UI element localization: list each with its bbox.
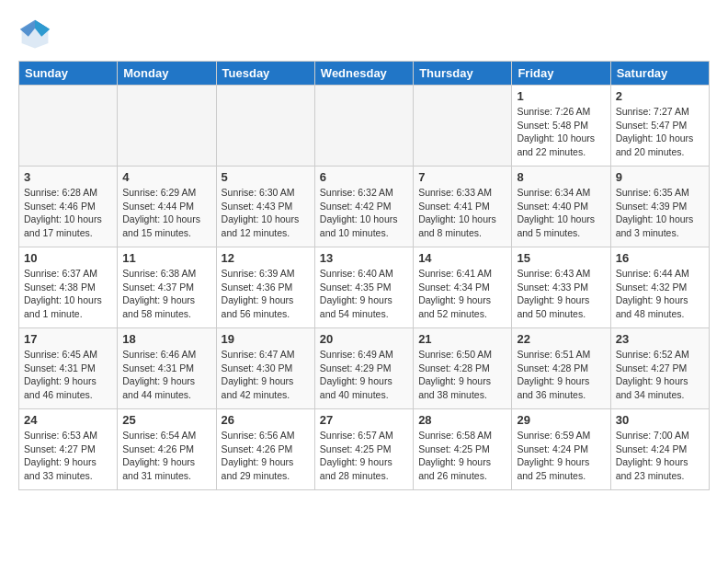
- day-number: 28: [418, 413, 506, 427]
- day-info: Sunrise: 7:00 AM Sunset: 4:24 PM Dayligh…: [616, 429, 704, 483]
- calendar-week-row: 24Sunrise: 6:53 AM Sunset: 4:27 PM Dayli…: [19, 409, 710, 490]
- day-info: Sunrise: 6:32 AM Sunset: 4:42 PM Dayligh…: [320, 186, 408, 240]
- day-info: Sunrise: 6:46 AM Sunset: 4:31 PM Dayligh…: [122, 348, 210, 402]
- calendar-cell: 4Sunrise: 6:29 AM Sunset: 4:44 PM Daylig…: [118, 167, 216, 247]
- day-number: 25: [122, 413, 210, 427]
- day-number: 4: [122, 170, 210, 184]
- day-number: 27: [320, 413, 408, 427]
- day-info: Sunrise: 6:41 AM Sunset: 4:34 PM Dayligh…: [418, 267, 506, 321]
- calendar-header-monday: Monday: [118, 62, 216, 86]
- calendar-cell: 14Sunrise: 6:41 AM Sunset: 4:34 PM Dayli…: [414, 247, 512, 328]
- calendar-cell: 17Sunrise: 6:45 AM Sunset: 4:31 PM Dayli…: [19, 328, 118, 409]
- calendar-cell: 30Sunrise: 7:00 AM Sunset: 4:24 PM Dayli…: [610, 409, 709, 490]
- day-info: Sunrise: 6:56 AM Sunset: 4:26 PM Dayligh…: [222, 429, 310, 483]
- calendar-cell: 29Sunrise: 6:59 AM Sunset: 4:24 PM Dayli…: [512, 409, 610, 490]
- day-number: 22: [517, 332, 605, 346]
- calendar-cell: 3Sunrise: 6:28 AM Sunset: 4:46 PM Daylig…: [19, 167, 118, 247]
- calendar-header-row: SundayMondayTuesdayWednesdayThursdayFrid…: [19, 62, 710, 86]
- day-info: Sunrise: 6:43 AM Sunset: 4:33 PM Dayligh…: [517, 267, 605, 321]
- calendar-cell: 19Sunrise: 6:47 AM Sunset: 4:30 PM Dayli…: [216, 328, 314, 409]
- calendar-week-row: 10Sunrise: 6:37 AM Sunset: 4:38 PM Dayli…: [19, 247, 710, 328]
- day-info: Sunrise: 6:34 AM Sunset: 4:40 PM Dayligh…: [517, 186, 605, 240]
- day-info: Sunrise: 6:51 AM Sunset: 4:28 PM Dayligh…: [517, 348, 605, 402]
- day-number: 1: [517, 89, 605, 103]
- calendar-header-sunday: Sunday: [19, 62, 118, 86]
- day-info: Sunrise: 6:44 AM Sunset: 4:32 PM Dayligh…: [616, 267, 704, 321]
- calendar-cell: 13Sunrise: 6:40 AM Sunset: 4:35 PM Dayli…: [314, 247, 413, 328]
- day-info: Sunrise: 6:53 AM Sunset: 4:27 PM Dayligh…: [24, 429, 112, 483]
- calendar-header-friday: Friday: [512, 62, 610, 86]
- calendar-cell: 22Sunrise: 6:51 AM Sunset: 4:28 PM Dayli…: [512, 328, 610, 409]
- calendar-cell: [216, 86, 314, 167]
- day-info: Sunrise: 6:39 AM Sunset: 4:36 PM Dayligh…: [222, 267, 310, 321]
- calendar-cell: 1Sunrise: 7:26 AM Sunset: 5:48 PM Daylig…: [512, 86, 610, 167]
- calendar-cell: 24Sunrise: 6:53 AM Sunset: 4:27 PM Dayli…: [19, 409, 118, 490]
- day-number: 18: [122, 332, 210, 346]
- calendar-cell: [314, 86, 413, 167]
- day-info: Sunrise: 6:49 AM Sunset: 4:29 PM Dayligh…: [320, 348, 408, 402]
- calendar-week-row: 1Sunrise: 7:26 AM Sunset: 5:48 PM Daylig…: [19, 86, 710, 167]
- calendar-header-wednesday: Wednesday: [314, 62, 413, 86]
- day-number: 12: [222, 251, 310, 265]
- calendar-cell: 25Sunrise: 6:54 AM Sunset: 4:26 PM Dayli…: [118, 409, 216, 490]
- day-number: 26: [222, 413, 310, 427]
- calendar-cell: 16Sunrise: 6:44 AM Sunset: 4:32 PM Dayli…: [610, 247, 709, 328]
- calendar-header-thursday: Thursday: [414, 62, 512, 86]
- day-info: Sunrise: 6:57 AM Sunset: 4:25 PM Dayligh…: [320, 429, 408, 483]
- day-info: Sunrise: 6:54 AM Sunset: 4:26 PM Dayligh…: [122, 429, 210, 483]
- day-number: 10: [24, 251, 112, 265]
- day-number: 16: [616, 251, 704, 265]
- day-info: Sunrise: 6:58 AM Sunset: 4:25 PM Dayligh…: [418, 429, 506, 483]
- logo: [18, 18, 57, 52]
- calendar-cell: 15Sunrise: 6:43 AM Sunset: 4:33 PM Dayli…: [512, 247, 610, 328]
- day-info: Sunrise: 6:38 AM Sunset: 4:37 PM Dayligh…: [122, 267, 210, 321]
- calendar-cell: 9Sunrise: 6:35 AM Sunset: 4:39 PM Daylig…: [610, 167, 709, 247]
- calendar-cell: 26Sunrise: 6:56 AM Sunset: 4:26 PM Dayli…: [216, 409, 314, 490]
- calendar-cell: 2Sunrise: 7:27 AM Sunset: 5:47 PM Daylig…: [610, 86, 709, 167]
- logo-icon: [18, 18, 51, 52]
- calendar-cell: 7Sunrise: 6:33 AM Sunset: 4:41 PM Daylig…: [414, 167, 512, 247]
- calendar-cell: 5Sunrise: 6:30 AM Sunset: 4:43 PM Daylig…: [216, 167, 314, 247]
- day-number: 30: [616, 413, 704, 427]
- calendar-header-tuesday: Tuesday: [216, 62, 314, 86]
- calendar-cell: 20Sunrise: 6:49 AM Sunset: 4:29 PM Dayli…: [314, 328, 413, 409]
- day-number: 9: [616, 170, 704, 184]
- day-number: 19: [222, 332, 310, 346]
- day-number: 2: [616, 89, 704, 103]
- calendar-cell: 8Sunrise: 6:34 AM Sunset: 4:40 PM Daylig…: [512, 167, 610, 247]
- day-number: 11: [122, 251, 210, 265]
- day-number: 23: [616, 332, 704, 346]
- calendar-week-row: 3Sunrise: 6:28 AM Sunset: 4:46 PM Daylig…: [19, 167, 710, 247]
- calendar-cell: 21Sunrise: 6:50 AM Sunset: 4:28 PM Dayli…: [414, 328, 512, 409]
- day-number: 7: [418, 170, 506, 184]
- day-number: 14: [418, 251, 506, 265]
- day-info: Sunrise: 7:26 AM Sunset: 5:48 PM Dayligh…: [517, 105, 605, 159]
- day-number: 20: [320, 332, 408, 346]
- calendar-cell: 28Sunrise: 6:58 AM Sunset: 4:25 PM Dayli…: [414, 409, 512, 490]
- calendar-cell: [414, 86, 512, 167]
- day-info: Sunrise: 6:30 AM Sunset: 4:43 PM Dayligh…: [222, 186, 310, 240]
- day-info: Sunrise: 6:28 AM Sunset: 4:46 PM Dayligh…: [24, 186, 112, 240]
- calendar-cell: 10Sunrise: 6:37 AM Sunset: 4:38 PM Dayli…: [19, 247, 118, 328]
- day-info: Sunrise: 6:40 AM Sunset: 4:35 PM Dayligh…: [320, 267, 408, 321]
- calendar-cell: 11Sunrise: 6:38 AM Sunset: 4:37 PM Dayli…: [118, 247, 216, 328]
- day-info: Sunrise: 7:27 AM Sunset: 5:47 PM Dayligh…: [616, 105, 704, 159]
- calendar-cell: [118, 86, 216, 167]
- day-number: 13: [320, 251, 408, 265]
- calendar-cell: 6Sunrise: 6:32 AM Sunset: 4:42 PM Daylig…: [314, 167, 413, 247]
- day-info: Sunrise: 6:59 AM Sunset: 4:24 PM Dayligh…: [517, 429, 605, 483]
- day-info: Sunrise: 6:45 AM Sunset: 4:31 PM Dayligh…: [24, 348, 112, 402]
- calendar-week-row: 17Sunrise: 6:45 AM Sunset: 4:31 PM Dayli…: [19, 328, 710, 409]
- calendar-cell: [19, 86, 118, 167]
- calendar-cell: 18Sunrise: 6:46 AM Sunset: 4:31 PM Dayli…: [118, 328, 216, 409]
- day-number: 21: [418, 332, 506, 346]
- day-number: 6: [320, 170, 408, 184]
- calendar-cell: 27Sunrise: 6:57 AM Sunset: 4:25 PM Dayli…: [314, 409, 413, 490]
- calendar-header-saturday: Saturday: [610, 62, 709, 86]
- day-number: 24: [24, 413, 112, 427]
- day-info: Sunrise: 6:29 AM Sunset: 4:44 PM Dayligh…: [122, 186, 210, 240]
- calendar-cell: 12Sunrise: 6:39 AM Sunset: 4:36 PM Dayli…: [216, 247, 314, 328]
- calendar-cell: 23Sunrise: 6:52 AM Sunset: 4:27 PM Dayli…: [610, 328, 709, 409]
- day-number: 8: [517, 170, 605, 184]
- day-info: Sunrise: 6:35 AM Sunset: 4:39 PM Dayligh…: [616, 186, 704, 240]
